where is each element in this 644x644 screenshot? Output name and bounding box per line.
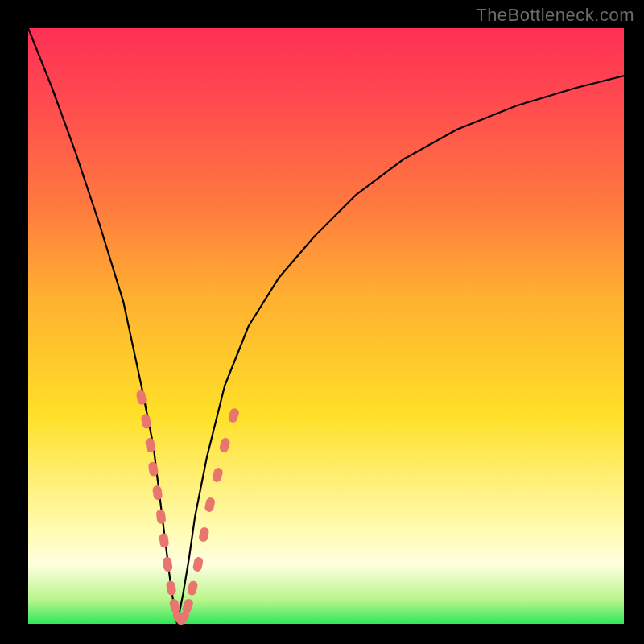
chart-frame: TheBottleneck.com [0, 0, 644, 644]
curve-marker [204, 497, 216, 513]
curve-marker [148, 461, 159, 477]
watermark-text: TheBottleneck.com [476, 5, 634, 26]
chart-svg [28, 28, 624, 624]
curve-marker [152, 485, 163, 501]
curve-marker [192, 556, 204, 572]
curve-marker [166, 580, 177, 597]
curve-marker [198, 526, 209, 543]
curve-marker [212, 467, 224, 483]
marker-group [135, 390, 240, 626]
plot-area [28, 28, 624, 624]
bottleneck-curve [28, 28, 624, 624]
curve-marker [227, 407, 240, 423]
curve-marker [162, 556, 173, 572]
curve-marker [145, 437, 156, 452]
curve-marker [155, 509, 166, 524]
curve-marker [187, 580, 199, 597]
curve-marker [159, 533, 169, 548]
curve-marker [219, 437, 231, 453]
